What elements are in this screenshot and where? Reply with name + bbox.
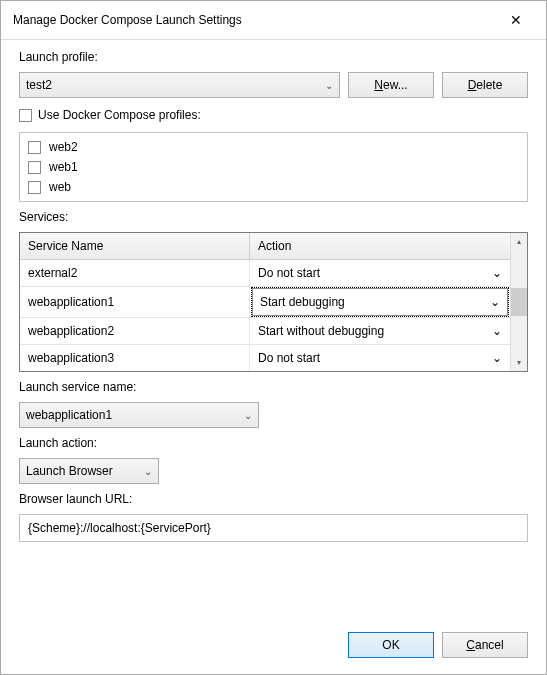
table-row: external2 Do not start ⌄ [20,260,510,287]
launch-action-select[interactable]: Launch Browser ⌄ [19,458,159,484]
compose-profile-item[interactable]: web1 [28,159,519,175]
launch-service-name-label: Launch service name: [19,380,528,394]
profile-label: web1 [49,160,78,174]
browser-url-label: Browser launch URL: [19,492,528,506]
dialog-window: Manage Docker Compose Launch Settings ✕ … [0,0,547,675]
launch-service-name-select[interactable]: webapplication1 ⌄ [19,402,259,428]
service-name-cell[interactable]: external2 [20,260,250,286]
chevron-down-icon: ⌄ [144,466,152,477]
table-scrollbar[interactable]: ▴ ▾ [510,233,527,371]
launch-service-name-value: webapplication1 [26,408,112,422]
table-header: Service Name Action [20,233,510,260]
launch-action-value: Launch Browser [26,464,113,478]
service-action-select[interactable]: Start without debugging ⌄ [250,318,510,344]
use-profiles-checkbox[interactable] [19,109,32,122]
profile-label: web [49,180,71,194]
scroll-down-icon[interactable]: ▾ [511,354,527,371]
table-row: webapplication3 Do not start ⌄ [20,345,510,371]
service-action-select[interactable]: Start debugging ⌄ [251,287,509,317]
profile-checkbox[interactable] [28,181,41,194]
compose-profiles-list: web2 web1 web [19,132,528,202]
ok-button[interactable]: OK [348,632,434,658]
dialog-footer: OK Cancel [1,622,546,674]
launch-action-label: Launch action: [19,436,528,450]
profile-checkbox[interactable] [28,141,41,154]
table-row: webapplication2 Start without debugging … [20,318,510,345]
use-profiles-label: Use Docker Compose profiles: [38,108,201,122]
use-profiles-row[interactable]: Use Docker Compose profiles: [19,106,528,124]
action-header[interactable]: Action [250,233,510,259]
browser-url-value: {Scheme}://localhost:{ServicePort} [28,521,211,535]
delete-button[interactable]: Delete [442,72,528,98]
new-button[interactable]: New... [348,72,434,98]
cancel-button[interactable]: Cancel [442,632,528,658]
compose-profile-item[interactable]: web [28,179,519,195]
close-button[interactable]: ✕ [496,7,536,33]
content-area: Launch profile: test2 ⌄ New... Delete Us… [1,40,546,622]
launch-profile-row: test2 ⌄ New... Delete [19,72,528,98]
launch-profile-value: test2 [26,78,52,92]
profile-label: web2 [49,140,78,154]
service-name-cell[interactable]: webapplication3 [20,345,250,371]
service-action-select[interactable]: Do not start ⌄ [250,345,510,371]
profile-checkbox[interactable] [28,161,41,174]
scroll-thumb[interactable] [511,288,527,316]
scroll-up-icon[interactable]: ▴ [511,233,527,250]
services-table: Service Name Action external2 Do not sta… [19,232,528,372]
chevron-down-icon: ⌄ [492,266,502,280]
compose-profile-item[interactable]: web2 [28,139,519,155]
window-title: Manage Docker Compose Launch Settings [13,13,242,27]
chevron-down-icon: ⌄ [325,80,333,91]
services-label: Services: [19,210,528,224]
chevron-down-icon: ⌄ [490,295,500,309]
chevron-down-icon: ⌄ [492,324,502,338]
titlebar: Manage Docker Compose Launch Settings ✕ [1,1,546,40]
chevron-down-icon: ⌄ [492,351,502,365]
chevron-down-icon: ⌄ [244,410,252,421]
launch-profile-label: Launch profile: [19,50,528,64]
table-row: webapplication1 Start debugging ⌄ [20,287,510,318]
service-name-header[interactable]: Service Name [20,233,250,259]
browser-url-input[interactable]: {Scheme}://localhost:{ServicePort} [19,514,528,542]
launch-profile-select[interactable]: test2 ⌄ [19,72,340,98]
close-icon: ✕ [510,12,522,28]
service-name-cell[interactable]: webapplication2 [20,318,250,344]
service-action-select[interactable]: Do not start ⌄ [250,260,510,286]
service-name-cell[interactable]: webapplication1 [20,287,250,317]
